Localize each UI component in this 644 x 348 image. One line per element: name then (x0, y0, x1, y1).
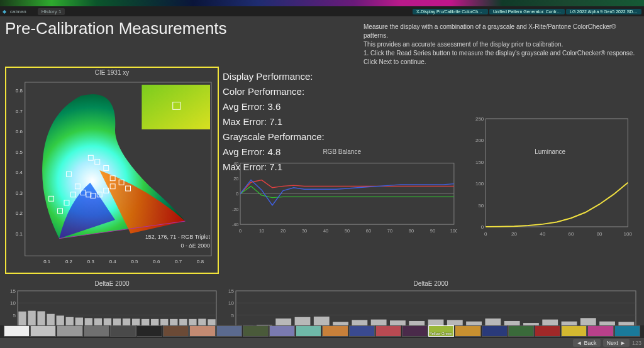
color-swatch[interactable] (508, 325, 534, 337)
svg-text:80: 80 (409, 228, 414, 234)
page-indicator: 123 (632, 340, 641, 346)
device-tab-meter[interactable]: X-Display Pro/Calibrite ColorChecker Dis… (413, 9, 488, 14)
cie-chart-title: CIE 1931 xy (6, 68, 218, 77)
instruction-line: 1. Click the Read Series button to measu… (364, 49, 639, 58)
color-swatch[interactable] (375, 325, 401, 337)
svg-text:100: 100 (450, 228, 458, 234)
next-button[interactable]: Next ► (603, 339, 630, 347)
color-swatch[interactable] (163, 325, 189, 337)
svg-text:0.8: 0.8 (16, 88, 23, 94)
color-swatch[interactable] (296, 325, 321, 337)
color-swatch[interactable] (587, 325, 613, 337)
svg-text:0.5: 0.5 (131, 259, 139, 264)
svg-text:0.2: 0.2 (16, 210, 23, 216)
app-titlebar: ◆ calman History 1 X-Display Pro/Calibri… (0, 6, 644, 16)
color-max-error-value: 7.1 (269, 116, 282, 127)
color-swatch[interactable] (216, 325, 242, 337)
svg-text:10: 10 (228, 300, 234, 306)
cie-chromaticity-chart[interactable]: 0.10.20.30.40.50.60.70.8 0.10.20.30.40.5… (6, 77, 218, 273)
svg-text:0.8: 0.8 (197, 259, 204, 264)
svg-text:0.2: 0.2 (65, 259, 72, 264)
svg-text:50: 50 (479, 203, 484, 209)
color-swatch[interactable] (243, 325, 269, 337)
color-swatch[interactable] (4, 325, 30, 337)
page-title: Pre-Calibration Measurements (5, 19, 225, 64)
app-logo: ◆ (3, 9, 6, 14)
svg-text:30: 30 (302, 228, 307, 234)
color-swatch-strip: Yellow Green (0, 325, 644, 338)
color-swatch[interactable] (30, 325, 56, 337)
svg-rect-54 (486, 119, 628, 227)
cie-chart-panel: CIE 1931 xy (5, 67, 219, 274)
svg-text:0.5: 0.5 (16, 150, 23, 155)
back-button[interactable]: ◄ Back (573, 339, 601, 347)
device-tabs: X-Display Pro/Calibrite ColorChecker Dis… (413, 9, 641, 14)
instruction-line: This provides an accurate assessment of … (364, 40, 639, 49)
svg-text:40: 40 (323, 228, 328, 234)
svg-text:0: 0 (239, 228, 242, 234)
rgb-balance-chart[interactable]: RGB Balance -40-200204001020304050607080… (226, 148, 457, 280)
svg-text:0.3: 0.3 (87, 259, 95, 264)
chevron-right-icon: ► (620, 340, 626, 346)
color-swatch[interactable] (110, 325, 136, 337)
svg-text:200: 200 (475, 138, 484, 143)
app-name: calman (10, 9, 26, 14)
footer-nav: ◄ Back Next ► 123 (0, 338, 644, 348)
color-swatch[interactable] (455, 325, 480, 337)
svg-text:0.6: 0.6 (153, 259, 160, 264)
svg-text:15: 15 (10, 288, 16, 294)
instruction-line: Click Next to continue. (364, 58, 639, 67)
svg-text:-20: -20 (232, 207, 239, 212)
color-avg-error-value: 3.6 (267, 101, 280, 112)
color-max-error-label: Max Error: (223, 116, 267, 127)
svg-text:15: 15 (228, 288, 234, 294)
svg-text:40: 40 (540, 231, 546, 237)
svg-text:20: 20 (511, 231, 517, 237)
color-swatch[interactable] (322, 325, 348, 337)
device-tab-pattern[interactable]: Unified Pattern Generator: Control Inter… (489, 9, 565, 14)
color-swatch[interactable] (482, 325, 508, 337)
color-swatch[interactable]: Yellow Green (428, 325, 454, 337)
svg-text:10: 10 (10, 300, 16, 306)
svg-text:50: 50 (345, 228, 350, 234)
history-tab[interactable]: History 1 (38, 8, 65, 15)
color-swatch[interactable] (402, 325, 428, 337)
svg-text:0.4: 0.4 (16, 170, 23, 175)
color-swatch[interactable] (84, 325, 109, 337)
svg-text:0.7: 0.7 (16, 109, 23, 114)
svg-text:5: 5 (13, 313, 16, 318)
color-swatch[interactable] (535, 325, 560, 337)
color-swatch[interactable] (614, 325, 640, 337)
svg-text:70: 70 (387, 228, 392, 234)
color-swatch[interactable] (269, 325, 295, 337)
selected-color-swatch (142, 85, 210, 129)
color-swatch[interactable] (189, 325, 215, 337)
svg-text:-40: -40 (232, 222, 239, 227)
color-swatch[interactable] (349, 325, 375, 337)
svg-text:0.6: 0.6 (16, 129, 23, 134)
color-swatch[interactable] (57, 325, 82, 337)
svg-text:10: 10 (259, 228, 264, 234)
svg-text:90: 90 (430, 228, 435, 234)
svg-text:0.1: 0.1 (16, 231, 23, 237)
instruction-line: Measure the display with a combination o… (364, 23, 639, 40)
luminance-chart[interactable]: Luminance 050100150200250020406080100 (461, 148, 639, 280)
color-performance-header: Color Performance: (223, 84, 411, 99)
device-tab-display[interactable]: LG 2022 Alpha 9 Gen5 2022 SDR Expert Bri… (566, 9, 641, 14)
svg-text:100: 100 (475, 181, 484, 187)
color-gradient-bar (0, 0, 644, 6)
svg-text:0.3: 0.3 (16, 190, 23, 196)
color-avg-error-label: Avg Error: (223, 101, 265, 112)
grayscale-performance-header: Grayscale Performance: (223, 129, 411, 144)
chevron-left-icon: ◄ (577, 340, 582, 346)
svg-text:0: 0 (481, 224, 484, 230)
svg-text:80: 80 (597, 231, 602, 237)
svg-text:250: 250 (475, 116, 484, 122)
color-swatch[interactable] (136, 325, 162, 337)
instructions-block: Measure the display with a combination o… (225, 19, 639, 67)
display-performance-header: Display Performance: (223, 69, 411, 84)
color-swatch[interactable] (561, 325, 587, 337)
delta-e-readout: 0 - ΔE 2000 (181, 242, 210, 249)
svg-text:20: 20 (233, 176, 238, 182)
svg-text:100: 100 (624, 231, 633, 237)
